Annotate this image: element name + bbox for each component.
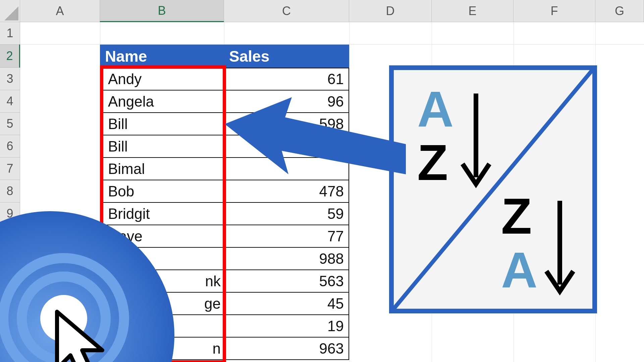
select-all-corner[interactable] [0, 0, 20, 22]
row-header-5[interactable]: 5 [0, 113, 20, 135]
row-header-7[interactable]: 7 [0, 158, 20, 180]
column-header-E[interactable]: E [432, 0, 514, 22]
cell-name[interactable]: Andy [103, 68, 224, 90]
cell-name[interactable]: Bimal [103, 158, 224, 180]
row-header-8[interactable]: 8 [0, 180, 20, 202]
cell-sales[interactable]: 77 [224, 225, 349, 248]
column-header-A[interactable]: A [20, 0, 100, 22]
cell-sales[interactable]: 988 [224, 248, 349, 270]
cell-name[interactable]: Bill [103, 113, 224, 135]
gridline-v [349, 22, 350, 362]
row-header-1[interactable]: 1 [0, 22, 20, 45]
cell-sales[interactable]: 45 [224, 293, 349, 315]
cell-sales[interactable]: 19 [224, 315, 349, 338]
cell-sales[interactable]: 61 [224, 68, 349, 90]
cell-name[interactable]: Bill [103, 135, 224, 158]
table-header-sales[interactable]: Sales [224, 45, 349, 68]
sort-icon-panel: A Z Z A [389, 65, 597, 313]
column-header-D[interactable]: D [349, 0, 432, 22]
sort-letter-a-top: A [417, 80, 453, 138]
column-header-G[interactable]: G [595, 0, 644, 22]
row-header-6[interactable]: 6 [0, 135, 20, 158]
row-header-4[interactable]: 4 [0, 90, 20, 113]
table-header-name[interactable]: Name [100, 45, 224, 68]
brand-logo-icon [0, 208, 178, 362]
row-header-3[interactable]: 3 [0, 68, 20, 90]
cell-sales[interactable]: 963 [224, 338, 349, 360]
column-header-F[interactable]: F [514, 0, 595, 22]
column-header-row: A B C D E F G [0, 0, 644, 22]
sort-letter-z-top: Z [417, 134, 448, 192]
column-header-C[interactable]: C [224, 0, 349, 22]
cell-name[interactable]: Bob [103, 180, 224, 203]
column-header-B[interactable]: B [100, 0, 224, 22]
cell-name[interactable]: Angela [103, 90, 224, 113]
callout-arrow-icon [225, 97, 406, 191]
svg-marker-3 [225, 97, 406, 174]
cell-sales[interactable]: 59 [224, 203, 349, 225]
sort-arrow-down-icon [541, 197, 578, 298]
sort-arrow-down-icon [458, 90, 494, 191]
cell-sales[interactable]: 563 [224, 270, 349, 293]
sort-letter-a-bottom: A [501, 241, 537, 299]
spreadsheet-viewport: A B C D E F G 1 2 3 4 5 6 7 8 9 Name Sal… [0, 0, 644, 362]
row-header-2[interactable]: 2 [0, 45, 20, 68]
sort-letter-z-bottom: Z [501, 187, 532, 245]
